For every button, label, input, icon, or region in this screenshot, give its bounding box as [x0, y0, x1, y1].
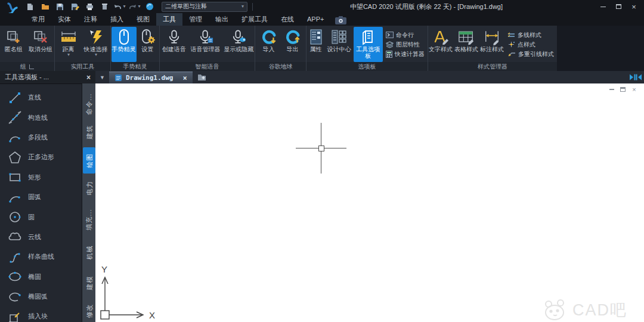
quick-calculator-button[interactable]: 快速计算器 [386, 50, 425, 58]
doc-restore-icon [620, 87, 626, 92]
doc-minimize-button[interactable] [608, 86, 615, 93]
tab-online[interactable]: 在线 [274, 13, 301, 26]
palette-tab-draw[interactable]: 绘图 [83, 147, 95, 174]
open-folder-button[interactable] [39, 1, 51, 12]
microphone-icon [166, 28, 182, 46]
tab-app-plus[interactable]: APP+ [301, 13, 330, 26]
rectangle-tool-item[interactable]: 矩形 [0, 168, 82, 187]
new-drawing-button[interactable] [197, 73, 206, 81]
rectangle-icon [8, 170, 22, 184]
arc-tool-item[interactable]: 圆弧 [0, 187, 82, 207]
document-tab-bar: ▼ Drawing1.dwg × [95, 71, 644, 83]
circle-tool-item[interactable]: 圆 [0, 207, 82, 227]
ellipse-icon [8, 270, 22, 284]
table-style-button[interactable]: 表格样式 [453, 27, 479, 62]
google-earth-import-button[interactable]: 导入 [257, 27, 281, 62]
text-style-button[interactable]: 文字样式 [428, 27, 453, 62]
construction-line-tool-item[interactable]: 构造线 [0, 107, 82, 127]
anonymous-group-button[interactable]: 匿名组 [1, 27, 27, 62]
undo-dropdown-icon: ▾ [123, 4, 125, 9]
show-hide-voice-button[interactable]: 显示或隐藏 [222, 27, 255, 62]
google-earth-export-button[interactable]: 导出 [281, 27, 305, 62]
insert-block-tool-item[interactable]: 插入块 [0, 306, 82, 322]
line-tool-item[interactable]: 直线 [0, 88, 82, 107]
doc-window-controls: × [608, 86, 638, 93]
print-icon [86, 3, 94, 11]
tab-tools[interactable]: 工具 [156, 13, 182, 26]
save-icon [56, 3, 64, 11]
tab-list-dropdown[interactable]: ▼ [95, 75, 109, 80]
window-controls: × [595, 1, 642, 12]
spline-tool-item[interactable]: 样条曲线 [0, 247, 82, 267]
undo-button[interactable]: ▾ [113, 1, 126, 12]
palette-close-button[interactable]: × [86, 73, 91, 82]
doc-restore-button[interactable] [619, 86, 627, 93]
tab-solid[interactable]: 实体 [51, 13, 78, 26]
tab-view[interactable]: 视图 [130, 13, 156, 26]
gesture-wizard-button[interactable]: 手势精灵 [112, 27, 137, 62]
tab-manage[interactable]: 管理 [182, 13, 209, 26]
ellipse-tool-item[interactable]: 椭圆 [0, 267, 82, 287]
group-utilities: 距离 ▾ 快速选择 ▾ 实用工具 [55, 26, 111, 71]
group-styles-body: 文字样式 表格样式 标注样式 多线样式 点样式 多重引线样式 [428, 26, 557, 62]
group-styles: 文字样式 表格样式 标注样式 多线样式 点样式 多重引线样式 [428, 26, 557, 71]
polyline-tool-item[interactable]: 多段线 [0, 128, 82, 147]
quick-select-button[interactable]: 快速选择 ▾ [82, 27, 110, 62]
doc-close-button[interactable]: × [630, 86, 638, 93]
save-button[interactable] [54, 1, 66, 12]
tab-output[interactable]: 输出 [209, 13, 235, 26]
command-line-button[interactable]: 命令行 [386, 31, 425, 39]
group-styles-label: 样式管理器 [428, 62, 557, 71]
ellipse-arc-icon [8, 290, 22, 304]
tool-palette-button[interactable]: 工具选项板 [354, 27, 383, 62]
palette-tab-electric[interactable]: 电力 [83, 176, 95, 200]
group-gesture-body: 手势精灵 设置 [111, 26, 159, 62]
ellipse-arc-tool-item[interactable]: 椭圆弧 [0, 287, 82, 306]
layer-properties-button[interactable]: 图层特性 [386, 41, 425, 49]
group-grouping-label: 组 [0, 62, 54, 71]
new-file-button[interactable] [24, 1, 36, 12]
voice-manager-button[interactable]: 语音管理器 [188, 27, 223, 62]
design-center-button[interactable]: 设计中心 [325, 27, 354, 62]
palette-tab-architecture[interactable]: 建筑 [83, 119, 95, 144]
palette-tab-modify[interactable]: 修改 [83, 299, 95, 322]
tab-insert[interactable]: 插入 [104, 13, 130, 26]
properties-button[interactable]: 属性 [306, 27, 325, 62]
gesture-settings-button[interactable]: 设置 [137, 27, 159, 62]
palette-tab-mechanical[interactable]: 机械 [83, 239, 95, 266]
mleader-style-button[interactable]: 多重引线样式 [507, 50, 554, 58]
tab-annotate[interactable]: 注释 [78, 13, 104, 26]
tab-close-icon[interactable]: × [182, 74, 187, 82]
palette-tab-command[interactable]: 命令... [83, 89, 95, 118]
redo-button[interactable]: ▾ [128, 1, 141, 12]
dialog-launcher-icon[interactable] [29, 64, 34, 69]
save-as-button[interactable] [69, 1, 81, 12]
mouse-gear-icon [140, 28, 156, 46]
dim-style-button[interactable]: 标注样式 [479, 27, 504, 62]
create-voice-button[interactable]: 创建语音 [160, 27, 188, 62]
minimize-button[interactable] [595, 1, 611, 12]
revcloud-tool-item[interactable]: 云线 [0, 227, 82, 247]
insert-block-icon [8, 309, 22, 322]
workspace-selector[interactable]: 二维草图与注释 ▾ [162, 2, 247, 12]
palette-tab-modeling[interactable]: 建模 [83, 270, 95, 296]
panel-toggle-button[interactable] [629, 73, 642, 81]
cloud-sync-button[interactable] [143, 1, 156, 12]
drawing-canvas[interactable]: × Y X CAD吧 [95, 83, 644, 322]
crosshair-pickbox [318, 145, 324, 151]
tab-express-tools[interactable]: 扩展工具 [235, 13, 274, 26]
ungroup-button[interactable]: 取消分组 [27, 27, 54, 62]
distance-button[interactable]: 距离 ▾ [55, 27, 82, 62]
tab-home[interactable]: 常用 [25, 13, 51, 26]
polygon-tool-item[interactable]: 正多边形 [0, 147, 82, 167]
group-google-earth: 导入 导出 谷歌地球 [255, 26, 306, 71]
close-button[interactable]: × [626, 1, 642, 12]
palette-tab-hatch[interactable]: 填充... [83, 203, 95, 236]
capture-button[interactable] [335, 16, 346, 24]
restore-button[interactable] [611, 1, 626, 12]
plot-button[interactable] [98, 1, 111, 12]
point-style-button[interactable]: 点样式 [507, 41, 554, 49]
print-button[interactable] [83, 1, 96, 12]
mline-style-button[interactable]: 多线样式 [507, 31, 554, 39]
document-tab[interactable]: Drawing1.dwg × [109, 72, 193, 84]
